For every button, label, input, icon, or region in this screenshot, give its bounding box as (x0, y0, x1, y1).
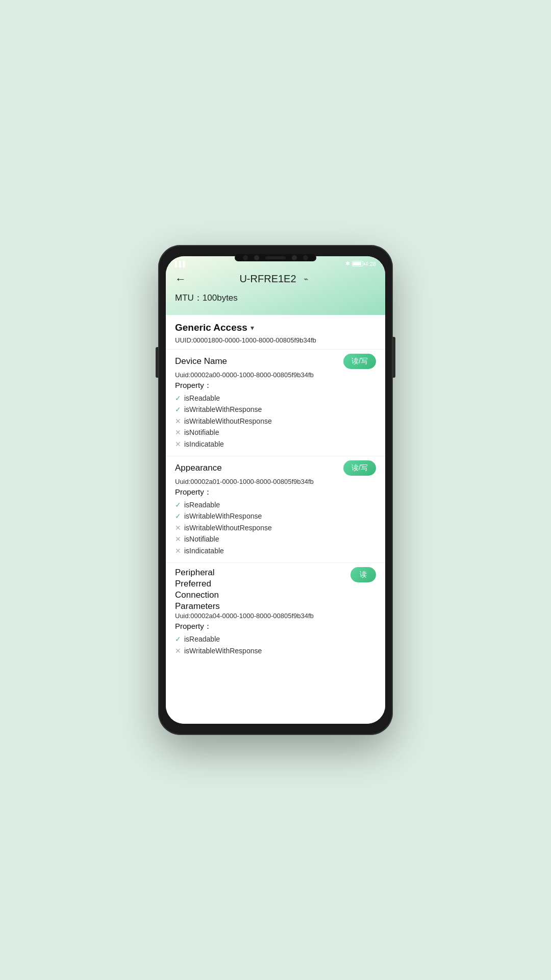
nav-bar: ← U-RFRE1E2 ⌁ (166, 269, 385, 287)
property-label-2: Property： (175, 487, 376, 497)
char-appearance-label: Appearance (175, 463, 222, 473)
prop-label-readable-2: isReadable (184, 499, 220, 510)
cross-icon-2: ✕ (175, 427, 181, 438)
mtu-label: MTU： (175, 293, 203, 303)
prop-readable-2: ✓ isReadable (175, 499, 376, 510)
prop-writable-response-2: ✓ isWritableWithResponse (175, 510, 376, 522)
nav-title: U-RFRE1E2 ⌁ (239, 273, 311, 285)
characteristic-device-name: Device Name 读/写 Uuid:00002a00-0000-1000-… (166, 349, 385, 456)
char-peripheral-header: PeripheralPreferredConnectionParameters … (175, 567, 376, 612)
prop-readable-1: ✓ isReadable (175, 393, 376, 404)
battery-icon (352, 261, 363, 266)
prop-label-indicatable-2: isIndicatable (184, 545, 224, 556)
char-peripheral-uuid: Uuid:00002a04-0000-1000-8000-00805f9b34f… (175, 612, 376, 620)
prop-label-writable-noresponse-2: isWritableWithoutResponse (184, 522, 272, 533)
cross-icon-3: ✕ (175, 438, 181, 450)
bluetooth-status-icon: ✱ (345, 260, 350, 267)
dot-camera2 (292, 255, 297, 260)
char-appearance-header: Appearance 读/写 (175, 460, 376, 476)
service-header: Generic Access ▾ (166, 315, 385, 335)
char-peripheral-label: PeripheralPreferredConnectionParameters (175, 567, 220, 612)
status-right: ✱ 4:28 (345, 260, 376, 267)
prop-indicatable-2: ✕ isIndicatable (175, 545, 376, 556)
prop-label-writable-response-2: isWritableWithResponse (184, 510, 262, 522)
prop-writable-response-1: ✓ isWritableWithResponse (175, 404, 376, 415)
prop-label-indicatable-1: isIndicatable (184, 438, 224, 450)
prop-label-readable-1: isReadable (184, 393, 220, 404)
read-button-peripheral[interactable]: 读 (350, 567, 376, 582)
check-icon-3: ✓ (175, 499, 181, 510)
prop-indicatable-1: ✕ isIndicatable (175, 438, 376, 450)
speaker (265, 256, 286, 259)
prop-label-notifiable-1: isNotifiable (184, 427, 219, 438)
property-label-1: Property： (175, 381, 376, 390)
service-uuid: UUID:00001800-0000-1000-8000-00805f9b34f… (166, 335, 385, 349)
check-icon-4: ✓ (175, 510, 181, 522)
dropdown-arrow-icon[interactable]: ▾ (251, 324, 254, 332)
prop-writable-response-3: ✕ isWritableWithResponse (175, 645, 376, 656)
property-label-3: Property： (175, 622, 376, 631)
cross-icon-6: ✕ (175, 545, 181, 556)
side-button-right (393, 337, 395, 378)
prop-notifiable-1: ✕ isNotifiable (175, 427, 376, 438)
signal-indicator: ▌▌▌ (175, 261, 187, 267)
mtu-value: 100bytes (203, 293, 238, 303)
cross-icon-4: ✕ (175, 522, 181, 533)
read-write-button-device-name[interactable]: 读/写 (343, 354, 376, 369)
char-appearance-uuid: Uuid:00002a01-0000-1000-8000-00805f9b34f… (175, 478, 376, 485)
prop-label-notifiable-2: isNotifiable (184, 533, 219, 545)
characteristic-peripheral-preferred: PeripheralPreferredConnectionParameters … (166, 562, 385, 663)
cross-icon-5: ✕ (175, 533, 181, 545)
cross-icon-7: ✕ (175, 645, 181, 656)
prop-writable-noresponse-2: ✕ isWritableWithoutResponse (175, 522, 376, 533)
characteristic-appearance: Appearance 读/写 Uuid:00002a01-0000-1000-8… (166, 456, 385, 562)
service-name: Generic Access (175, 322, 247, 333)
device-title: U-RFRE1E2 (239, 273, 296, 285)
cross-icon-1: ✕ (175, 415, 181, 427)
camera-bar (235, 254, 316, 261)
content-area[interactable]: Generic Access ▾ UUID:00001800-0000-1000… (166, 315, 385, 724)
time-display: 4:28 (365, 261, 376, 267)
side-button-left (156, 347, 158, 378)
char-device-name-header: Device Name 读/写 (175, 354, 376, 369)
check-icon-2: ✓ (175, 404, 181, 415)
screen-header: ▌▌▌ ✱ 4:28 ← U-RFRE1E2 ⌁ MTU： (166, 256, 385, 315)
check-icon-1: ✓ (175, 393, 181, 404)
dot-left (243, 255, 248, 260)
prop-label-writable-response-3: isWritableWithResponse (184, 645, 262, 656)
prop-readable-3: ✓ isReadable (175, 633, 376, 645)
phone-screen: ▌▌▌ ✱ 4:28 ← U-RFRE1E2 ⌁ MTU： (166, 256, 385, 724)
battery-fill (353, 262, 361, 265)
mtu-bar: MTU：100bytes (166, 287, 385, 307)
prop-label-writable-noresponse-1: isWritableWithoutResponse (184, 415, 272, 427)
prop-writable-noresponse-1: ✕ isWritableWithoutResponse (175, 415, 376, 427)
read-write-button-appearance[interactable]: 读/写 (343, 460, 376, 476)
bluetooth-nav-icon: ⌁ (300, 274, 312, 285)
prop-label-readable-3: isReadable (184, 633, 220, 645)
check-icon-5: ✓ (175, 633, 181, 645)
dot-camera (254, 255, 259, 260)
prop-label-writable-response-1: isWritableWithResponse (184, 404, 262, 415)
phone-device: ▌▌▌ ✱ 4:28 ← U-RFRE1E2 ⌁ MTU： (158, 245, 393, 735)
char-device-name-uuid: Uuid:00002a00-0000-1000-8000-00805f9b34f… (175, 371, 376, 379)
prop-notifiable-2: ✕ isNotifiable (175, 533, 376, 545)
char-device-name-label: Device Name (175, 356, 227, 366)
back-button[interactable]: ← (175, 273, 186, 286)
dot-right (303, 255, 308, 260)
